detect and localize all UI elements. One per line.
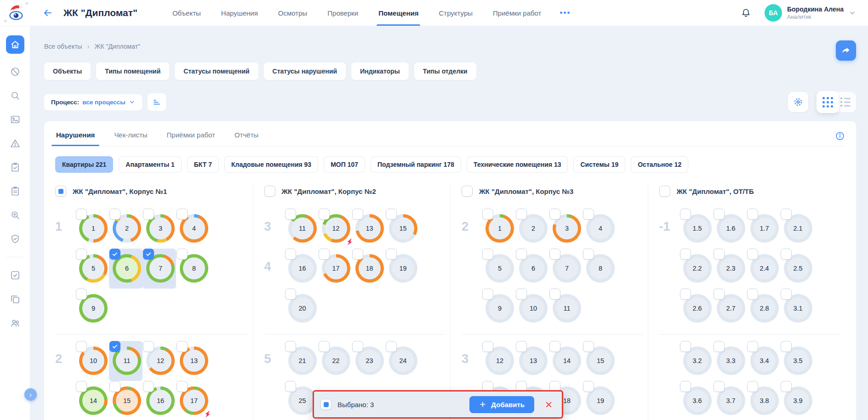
box-check-icon[interactable] bbox=[9, 269, 21, 281]
unit-checkbox[interactable] bbox=[482, 341, 493, 352]
unit-checkbox[interactable] bbox=[516, 209, 527, 220]
add-button[interactable]: Добавить bbox=[469, 396, 534, 413]
nav-item[interactable]: Проверки bbox=[327, 0, 358, 26]
unit-cell[interactable]: 7 bbox=[143, 249, 176, 289]
unit-checkbox[interactable] bbox=[177, 341, 188, 352]
unit-cell[interactable]: 5 bbox=[482, 249, 515, 289]
room-type-chip[interactable]: Остальное 12 bbox=[631, 156, 688, 173]
unit-cell[interactable]: 7 bbox=[549, 249, 582, 289]
unit-cell[interactable]: 4 bbox=[582, 209, 616, 249]
unit-cell[interactable]: 11 bbox=[549, 289, 582, 329]
unit-cell[interactable]: 17 bbox=[318, 249, 352, 289]
unit-cell[interactable]: 9 bbox=[482, 289, 515, 329]
unit-checkbox[interactable] bbox=[680, 249, 691, 260]
tab[interactable]: Отчёты bbox=[234, 131, 259, 146]
clipboard-list-icon[interactable] bbox=[9, 185, 21, 197]
unit-cell[interactable]: 12 bbox=[143, 341, 176, 381]
media-card-icon[interactable] bbox=[9, 114, 21, 125]
unit-checkbox[interactable] bbox=[143, 209, 154, 220]
sidebar-expand-button[interactable]: › bbox=[24, 388, 37, 401]
unit-checkbox[interactable] bbox=[781, 289, 792, 300]
unit-checkbox[interactable] bbox=[109, 209, 120, 220]
room-type-chip[interactable]: Системы 19 bbox=[573, 156, 625, 173]
unit-checkbox[interactable] bbox=[714, 381, 725, 392]
unit-cell[interactable]: 2.4 bbox=[747, 249, 780, 289]
unit-cell[interactable]: 3.7 bbox=[713, 381, 747, 420]
unit-cell[interactable]: 8 bbox=[176, 249, 210, 289]
user-menu[interactable]: БА Бородкина Алена Аналитик bbox=[765, 4, 856, 22]
nav-item[interactable]: Структуры bbox=[439, 0, 473, 26]
unit-cell[interactable]: 12 bbox=[318, 209, 352, 249]
unit-cell[interactable]: 15 bbox=[109, 381, 143, 420]
unit-cell[interactable]: 1 bbox=[75, 209, 109, 249]
filter-button[interactable]: Статусы нарушений bbox=[264, 62, 346, 80]
warning-icon[interactable] bbox=[9, 137, 21, 149]
nav-more-button[interactable]: ••• bbox=[560, 8, 571, 17]
unit-cell[interactable]: 3.3 bbox=[713, 341, 747, 381]
unit-checkbox[interactable] bbox=[386, 209, 397, 220]
unit-checkbox[interactable] bbox=[781, 209, 792, 220]
unit-cell[interactable]: 3.2 bbox=[680, 341, 713, 381]
unit-cell[interactable]: 17 bbox=[176, 381, 210, 420]
unit-cell[interactable]: 2.5 bbox=[780, 249, 814, 289]
room-type-chip[interactable]: Подземный паркинг 178 bbox=[371, 156, 461, 173]
unit-checkbox[interactable] bbox=[583, 341, 594, 352]
unit-checkbox[interactable] bbox=[747, 209, 758, 220]
unit-checkbox[interactable] bbox=[177, 249, 188, 260]
unit-checkbox[interactable] bbox=[781, 341, 792, 352]
unit-checkbox[interactable] bbox=[319, 249, 330, 260]
unit-checkbox[interactable] bbox=[516, 341, 527, 352]
unit-cell[interactable]: 5 bbox=[75, 249, 109, 289]
unit-checkbox[interactable] bbox=[482, 249, 493, 260]
grid-view-button[interactable] bbox=[817, 91, 839, 113]
unit-checkbox[interactable] bbox=[76, 289, 87, 300]
unit-checkbox[interactable] bbox=[680, 341, 691, 352]
unit-checkbox[interactable] bbox=[285, 341, 296, 352]
unit-checkbox[interactable] bbox=[386, 341, 397, 352]
unit-cell[interactable]: 11 bbox=[109, 341, 143, 381]
unit-checkbox[interactable] bbox=[516, 249, 527, 260]
unit-cell[interactable]: 12 bbox=[482, 341, 515, 381]
unit-checkbox[interactable] bbox=[747, 249, 758, 260]
unit-cell[interactable]: 19 bbox=[582, 381, 616, 420]
unit-cell[interactable]: 13 bbox=[352, 209, 385, 249]
unit-checkbox[interactable] bbox=[781, 249, 792, 260]
unit-checkbox[interactable] bbox=[680, 209, 691, 220]
sort-button[interactable] bbox=[148, 93, 166, 111]
filter-button[interactable]: Объекты bbox=[44, 62, 91, 80]
unit-checkbox[interactable] bbox=[747, 289, 758, 300]
room-type-chip[interactable]: Апартаменты 1 bbox=[119, 156, 181, 173]
unit-cell[interactable]: 2.7 bbox=[713, 289, 747, 329]
unit-checkbox[interactable] bbox=[319, 209, 330, 220]
unit-checkbox[interactable] bbox=[680, 289, 691, 300]
selection-checkbox[interactable] bbox=[320, 399, 331, 410]
filter-button[interactable]: Индикаторы bbox=[351, 62, 409, 80]
unit-checkbox[interactable] bbox=[76, 209, 87, 220]
unit-cell[interactable]: 6 bbox=[109, 249, 143, 289]
building-checkbox[interactable] bbox=[462, 186, 473, 197]
unit-checkbox[interactable] bbox=[714, 209, 725, 220]
unit-checkbox[interactable] bbox=[76, 381, 87, 392]
unit-cell[interactable]: 2 bbox=[109, 209, 143, 249]
unit-checkbox[interactable] bbox=[781, 381, 792, 392]
unit-cell[interactable]: 1.7 bbox=[747, 209, 780, 249]
unit-cell[interactable]: 2.1 bbox=[780, 209, 814, 249]
room-type-chip[interactable]: Технические помещения 13 bbox=[467, 156, 568, 173]
unit-checkbox[interactable] bbox=[285, 381, 296, 392]
team-icon[interactable] bbox=[9, 317, 21, 329]
back-button[interactable] bbox=[42, 7, 53, 18]
unit-checkbox[interactable] bbox=[549, 289, 560, 300]
unit-cell[interactable]: 3.9 bbox=[780, 381, 814, 420]
unit-cell[interactable]: 14 bbox=[549, 341, 582, 381]
unit-cell[interactable]: 9 bbox=[75, 289, 109, 329]
unit-checkbox[interactable] bbox=[143, 381, 154, 392]
unit-cell[interactable]: 3.6 bbox=[680, 381, 713, 420]
unit-checkbox[interactable] bbox=[386, 249, 397, 260]
unit-checkbox[interactable] bbox=[747, 341, 758, 352]
filter-button[interactable]: Типы отделки bbox=[414, 62, 476, 80]
unit-cell[interactable]: 8 bbox=[582, 249, 616, 289]
unit-checkbox[interactable] bbox=[549, 249, 560, 260]
shield-check-icon[interactable] bbox=[9, 233, 21, 245]
filter-button[interactable]: Типы помещений bbox=[96, 62, 169, 80]
unit-checkbox[interactable] bbox=[285, 289, 296, 300]
